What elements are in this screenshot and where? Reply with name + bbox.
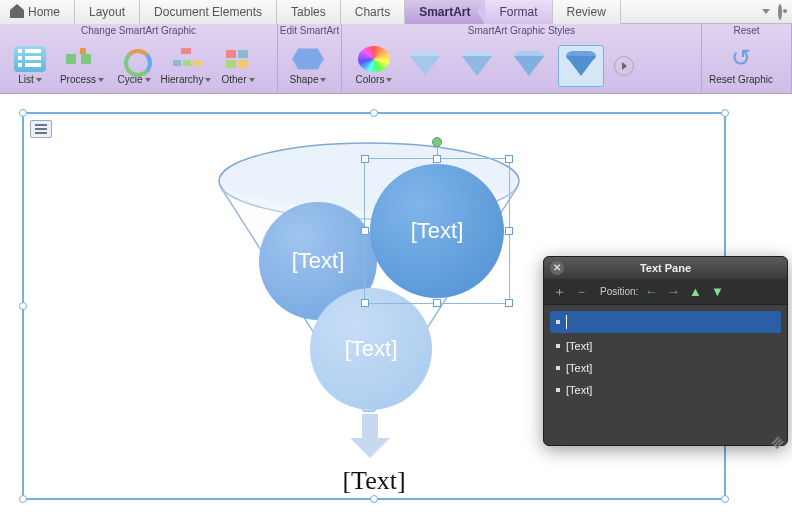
other-icon <box>222 46 254 72</box>
close-icon[interactable]: ✕ <box>550 261 564 275</box>
list-icon <box>14 46 46 72</box>
text-pane-list: [Text] [Text] [Text] <box>544 305 787 405</box>
styles-more-button[interactable] <box>614 56 634 76</box>
text-pane-item[interactable]: [Text] <box>544 357 787 379</box>
resize-handle[interactable] <box>361 227 369 235</box>
reset-graphic-button[interactable]: Reset Graphic <box>708 46 774 85</box>
shape-icon <box>292 46 324 72</box>
selection-box <box>364 158 510 304</box>
ribbon-collapse-toggle[interactable] <box>762 9 770 14</box>
text-pane-toggle[interactable] <box>30 120 52 138</box>
change-process-button[interactable]: Process <box>58 46 106 85</box>
text-pane-item[interactable]: [Text] <box>544 379 787 401</box>
frame-handle[interactable] <box>721 109 729 117</box>
resize-handle[interactable] <box>505 299 513 307</box>
hierarchy-icon <box>170 46 202 72</box>
tab-smartart[interactable]: SmartArt <box>405 0 485 24</box>
frame-handle[interactable] <box>19 495 27 503</box>
tab-review[interactable]: Review <box>553 0 621 24</box>
resize-handle[interactable] <box>361 155 369 163</box>
colors-button[interactable]: Colors <box>352 46 396 85</box>
move-down-button[interactable]: ▼ <box>708 283 726 301</box>
add-item-button[interactable]: ＋ <box>550 283 568 301</box>
funnel-result-text[interactable]: [Text] <box>314 466 434 496</box>
style-thumb-4-selected[interactable] <box>558 45 604 87</box>
frame-handle[interactable] <box>19 302 27 310</box>
frame-handle[interactable] <box>19 109 27 117</box>
text-pane-item-active[interactable] <box>550 311 781 333</box>
rotation-handle[interactable] <box>432 137 442 147</box>
funnel-circle-3[interactable]: [Text] <box>310 288 432 410</box>
colors-icon <box>358 46 390 72</box>
reset-icon <box>725 46 757 72</box>
change-other-button[interactable]: Other <box>214 46 262 85</box>
text-pane-title[interactable]: ✕ Text Pane <box>544 257 787 279</box>
resize-handle[interactable] <box>361 299 369 307</box>
ribbon-tabs: Home Layout Document Elements Tables Cha… <box>0 0 792 24</box>
text-pane-toolbar: ＋ － Position: ← → ▲ ▼ <box>544 279 787 305</box>
frame-handle[interactable] <box>370 495 378 503</box>
ribbon: Change SmartArt Graphic List Process Cyc… <box>0 24 792 94</box>
edit-shape-button[interactable]: Shape <box>284 46 332 85</box>
change-cycle-button[interactable]: Cycle <box>110 46 158 85</box>
frame-handle[interactable] <box>370 109 378 117</box>
tab-home[interactable]: Home <box>0 0 75 24</box>
resize-handle[interactable] <box>433 299 441 307</box>
group-change-smartart: Change SmartArt Graphic <box>0 24 277 38</box>
home-icon <box>10 6 24 18</box>
group-edit-smartart: Edit SmartArt <box>278 24 341 38</box>
process-icon <box>66 46 98 72</box>
change-hierarchy-button[interactable]: Hierarchy <box>162 46 210 85</box>
settings-gear-icon[interactable] <box>778 6 782 18</box>
outdent-button[interactable]: ← <box>642 283 660 301</box>
tab-layout[interactable]: Layout <box>75 0 140 24</box>
funnel-graphic: [Text] [Text] [Text] [Text] <box>154 126 574 496</box>
resize-handle[interactable] <box>505 227 513 235</box>
text-pane-item[interactable]: [Text] <box>544 335 787 357</box>
position-label: Position: <box>600 286 638 297</box>
group-reset: Reset <box>702 24 791 38</box>
resize-grip-icon[interactable] <box>772 430 784 442</box>
funnel-circle-2-selected[interactable]: [Text] <box>370 164 504 298</box>
resize-handle[interactable] <box>433 155 441 163</box>
frame-handle[interactable] <box>721 495 729 503</box>
tab-format[interactable]: Format <box>485 0 552 24</box>
resize-handle[interactable] <box>505 155 513 163</box>
tab-document-elements[interactable]: Document Elements <box>140 0 277 24</box>
style-thumb-3[interactable] <box>506 45 552 87</box>
tab-charts[interactable]: Charts <box>341 0 405 24</box>
change-list-button[interactable]: List <box>6 46 54 85</box>
text-pane[interactable]: ✕ Text Pane ＋ － Position: ← → ▲ ▼ [Text]… <box>543 256 788 446</box>
move-up-button[interactable]: ▲ <box>686 283 704 301</box>
remove-item-button[interactable]: － <box>572 283 590 301</box>
indent-button[interactable]: → <box>664 283 682 301</box>
tab-tables[interactable]: Tables <box>277 0 341 24</box>
style-thumb-2[interactable] <box>454 45 500 87</box>
funnel-arrow-icon <box>350 414 390 464</box>
cycle-icon <box>118 46 150 72</box>
style-thumb-1[interactable] <box>402 45 448 87</box>
group-styles: SmartArt Graphic Styles <box>342 24 701 38</box>
